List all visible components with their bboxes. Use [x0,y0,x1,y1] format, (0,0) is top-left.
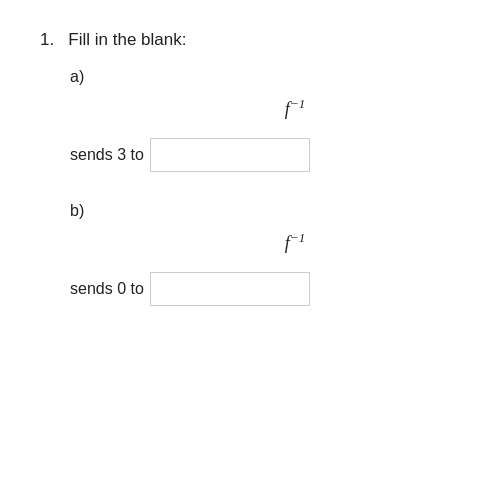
part-a-label: a) [70,68,460,86]
part-b-sends-text: sends 0 to [70,280,144,298]
part-b-function-exp: −1 [290,230,305,245]
part-b-sends-row: sends 0 to [70,272,460,306]
part-a-sends-row: sends 3 to [70,138,460,172]
part-a-answer-input[interactable] [150,138,310,172]
part-a-function: f−1 [130,96,460,120]
question-instruction: Fill in the blank: [68,30,186,49]
question-number: 1. Fill in the blank: [40,30,460,50]
part-a-sends-text: sends 3 to [70,146,144,164]
part-b-function: f−1 [130,230,460,254]
part-a-function-exp: −1 [290,96,305,111]
part-b: b) f−1 sends 0 to [70,202,460,306]
part-a: a) f−1 sends 3 to [70,68,460,172]
question-number-label: 1. [40,30,54,49]
part-b-answer-input[interactable] [150,272,310,306]
page: 1. Fill in the blank: a) f−1 sends 3 to … [0,0,500,500]
part-b-label: b) [70,202,460,220]
